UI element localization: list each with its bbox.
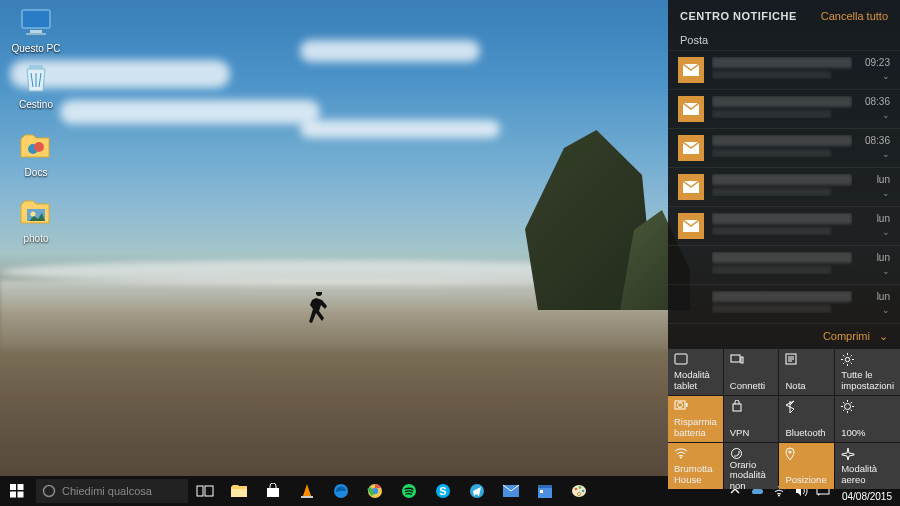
taskbar-app-telegram[interactable] xyxy=(460,476,494,506)
quick-action-bluetooth[interactable]: Bluetooth xyxy=(779,396,834,442)
desktop-icon-label: Docs xyxy=(6,167,66,178)
quick-action-connect[interactable]: Connetti xyxy=(724,349,779,395)
start-button[interactable] xyxy=(0,476,34,506)
tile-label: Bluetooth xyxy=(785,428,828,438)
taskbar-app-mail[interactable] xyxy=(494,476,528,506)
recycle-bin-icon xyxy=(19,62,53,96)
notification-time: 08:36⌄ xyxy=(860,135,890,159)
runner-silhouette xyxy=(305,292,335,334)
taskbar-app-file-explorer[interactable] xyxy=(222,476,256,506)
quick-action-battery[interactable]: Risparmia batteria xyxy=(668,396,723,442)
desktop-icon-photo[interactable]: photo xyxy=(6,196,66,244)
svg-point-51 xyxy=(778,495,780,497)
notification-group-header[interactable]: Posta xyxy=(668,28,900,51)
brightness-icon xyxy=(841,400,894,414)
taskbar-app-skype[interactable]: S xyxy=(426,476,460,506)
mail-icon xyxy=(678,213,704,239)
note-icon xyxy=(785,353,828,367)
svg-rect-31 xyxy=(197,486,203,496)
notification-item[interactable]: lun⌄ xyxy=(668,246,900,285)
svg-point-17 xyxy=(846,357,850,361)
chevron-down-icon: ⌄ xyxy=(860,266,890,276)
mail-icon xyxy=(678,252,704,278)
quick-action-settings[interactable]: Tutte le impostazioni xyxy=(835,349,900,395)
svg-point-49 xyxy=(582,490,585,493)
svg-rect-21 xyxy=(733,404,741,411)
pc-icon xyxy=(19,6,53,40)
svg-rect-26 xyxy=(10,484,16,490)
tile-label: Brumotta House xyxy=(674,464,717,485)
quick-action-wifi[interactable]: Brumotta House xyxy=(668,443,723,489)
mail-icon xyxy=(678,96,704,122)
svg-rect-14 xyxy=(731,355,740,362)
svg-rect-29 xyxy=(18,492,24,498)
tile-label: Modalità aereo xyxy=(841,464,894,485)
bluetooth-icon xyxy=(785,400,828,414)
quick-action-brightness[interactable]: 100% xyxy=(835,396,900,442)
svg-rect-3 xyxy=(29,65,43,69)
taskbar-pinned-apps: S xyxy=(188,476,596,506)
notification-body xyxy=(712,57,852,79)
notification-item[interactable]: 08:36⌄ xyxy=(668,90,900,129)
tile-label: Risparmia batteria xyxy=(674,417,717,438)
chevron-down-icon: ⌄ xyxy=(860,188,890,198)
mail-icon xyxy=(678,174,704,200)
location-icon xyxy=(785,447,828,461)
taskbar-app-spotify[interactable] xyxy=(392,476,426,506)
quick-action-note[interactable]: Nota xyxy=(779,349,834,395)
taskbar-app-vlc[interactable] xyxy=(290,476,324,506)
tablet-icon xyxy=(674,353,717,367)
airplane-icon xyxy=(841,447,894,461)
taskbar-app-task-view[interactable] xyxy=(188,476,222,506)
tile-label: Connetti xyxy=(730,381,773,391)
notification-item[interactable]: lun⌄ xyxy=(668,207,900,246)
notification-item[interactable]: 08:36⌄ xyxy=(668,129,900,168)
mail-icon xyxy=(678,57,704,83)
quick-action-tablet[interactable]: Modalità tablet xyxy=(668,349,723,395)
taskbar-app-paint[interactable] xyxy=(562,476,596,506)
notification-list: 09:23⌄ 08:36⌄ 08:36⌄ lun⌄ lun⌄ lun⌄ lun⌄ xyxy=(668,51,900,324)
notification-item[interactable]: 09:23⌄ xyxy=(668,51,900,90)
svg-rect-28 xyxy=(10,492,16,498)
desktop-icon-label: Questo PC xyxy=(6,43,66,54)
taskbar-app-calendar[interactable] xyxy=(528,476,562,506)
taskbar-app-store[interactable] xyxy=(256,476,290,506)
notification-item[interactable]: lun⌄ xyxy=(668,168,900,207)
quick-action-vpn[interactable]: VPN xyxy=(724,396,779,442)
tile-label: Orario modalità non xyxy=(730,460,773,491)
quick-action-tiles: Modalità tabletConnettiNotaTutte le impo… xyxy=(668,349,900,489)
clock-date: 04/08/2015 xyxy=(842,491,892,503)
notification-body xyxy=(712,291,852,313)
tile-label: Modalità tablet xyxy=(674,370,717,391)
cloud xyxy=(300,120,500,138)
svg-point-30 xyxy=(44,486,55,497)
svg-point-22 xyxy=(845,404,851,410)
svg-rect-33 xyxy=(231,489,247,497)
settings-icon xyxy=(841,353,894,367)
desktop-icon-recycle-bin[interactable]: Cestino xyxy=(6,62,66,110)
taskbar-app-edge[interactable] xyxy=(324,476,358,506)
quick-action-location[interactable]: Posizione xyxy=(779,443,834,489)
taskbar-app-chrome[interactable] xyxy=(358,476,392,506)
collapse-button[interactable]: Comprimi ⌄ xyxy=(668,324,900,349)
notification-time: lun⌄ xyxy=(860,291,890,315)
notification-item[interactable]: lun⌄ xyxy=(668,285,900,324)
svg-rect-0 xyxy=(22,10,50,28)
tile-label: Nota xyxy=(785,381,828,391)
desktop-icon-this-pc[interactable]: Questo PC xyxy=(6,6,66,54)
svg-rect-45 xyxy=(540,490,543,493)
mail-icon xyxy=(678,291,704,317)
notification-time: 09:23⌄ xyxy=(860,57,890,81)
quick-action-airplane[interactable]: Modalità aereo xyxy=(835,443,900,489)
chevron-down-icon: ⌄ xyxy=(860,227,890,237)
desktop-icon-docs[interactable]: Docs xyxy=(6,130,66,178)
clear-all-button[interactable]: Cancella tutto xyxy=(821,10,888,22)
quick-action-quiet[interactable]: Orario modalità non xyxy=(724,443,779,489)
notification-body xyxy=(712,213,852,235)
action-center-title: CENTRO NOTIFICHE xyxy=(680,10,797,22)
svg-point-47 xyxy=(575,488,578,491)
desktop-wallpaper: Questo PC Cestino Docs photo CENTRO NOTI… xyxy=(0,0,900,506)
svg-point-5 xyxy=(34,142,44,152)
search-input[interactable]: Chiedimi qualcosa xyxy=(36,479,188,503)
desktop-icon-label: Cestino xyxy=(6,99,66,110)
